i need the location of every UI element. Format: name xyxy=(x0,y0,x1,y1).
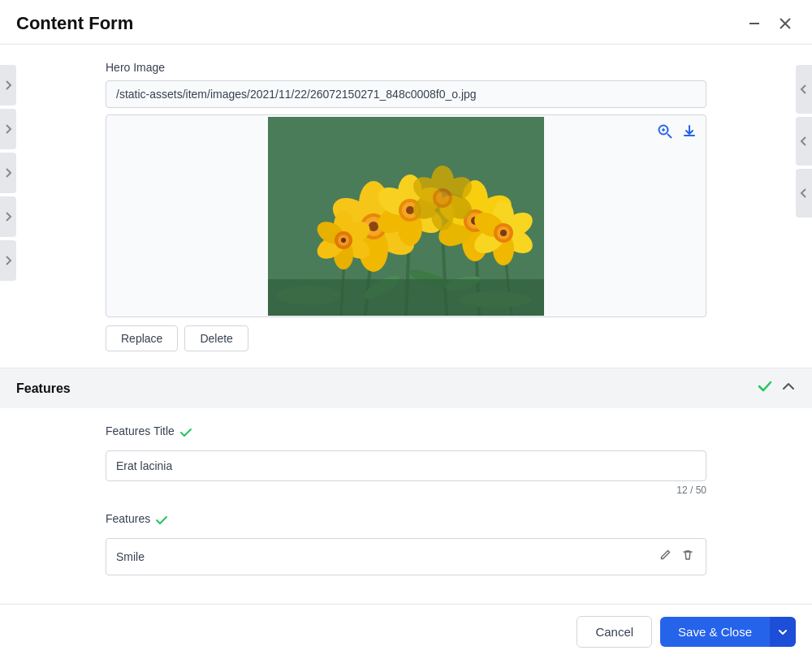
features-list-label: Features xyxy=(106,512,150,525)
cancel-button[interactable]: Cancel xyxy=(577,616,652,648)
left-tab-3[interactable] xyxy=(0,153,16,193)
features-title-label: Features Title xyxy=(106,424,175,437)
features-section: Features xyxy=(0,368,812,592)
modal-title: Content Form xyxy=(16,13,133,34)
left-tab-2[interactable] xyxy=(0,109,16,149)
features-header-left: Features xyxy=(16,381,71,396)
features-title-char-count: 12 / 50 xyxy=(106,485,706,496)
left-tab-5[interactable] xyxy=(0,240,16,281)
features-section-header[interactable]: Features xyxy=(0,368,812,408)
modal-footer: Cancel Save & Close xyxy=(0,604,812,659)
svg-line-70 xyxy=(667,134,672,138)
left-tab-1[interactable] xyxy=(0,65,16,106)
right-tab-1[interactable] xyxy=(796,65,812,114)
list-item-text: Smile xyxy=(116,550,145,563)
svg-point-68 xyxy=(459,291,532,308)
features-collapse-icon xyxy=(781,379,796,398)
svg-point-21 xyxy=(369,222,378,231)
features-header-right xyxy=(757,378,796,398)
modal-header: Content Form xyxy=(0,0,812,45)
features-title-input[interactable] xyxy=(106,450,706,481)
svg-point-67 xyxy=(276,286,341,305)
list-item-actions xyxy=(657,547,696,566)
download-image-button[interactable] xyxy=(680,122,699,145)
hero-image-path-input[interactable] xyxy=(106,80,706,108)
hero-image-label: Hero Image xyxy=(106,61,706,74)
right-tab-3[interactable] xyxy=(796,169,812,218)
replace-button[interactable]: Replace xyxy=(106,325,178,351)
minimize-button[interactable] xyxy=(744,13,765,34)
features-title-check-icon xyxy=(179,426,192,442)
header-actions xyxy=(744,13,796,34)
svg-point-30 xyxy=(406,206,414,214)
save-dropdown-button[interactable] xyxy=(770,617,796,647)
features-list-section: Features Smile xyxy=(106,512,706,575)
modal-body: Hero Image xyxy=(0,45,812,604)
features-list-check-icon xyxy=(155,514,168,530)
left-side-tabs xyxy=(0,65,16,281)
image-preview-actions xyxy=(655,122,699,145)
zoom-image-button[interactable] xyxy=(655,122,675,145)
delete-list-item-button[interactable] xyxy=(680,547,696,566)
save-button-group: Save & Close xyxy=(660,617,796,647)
svg-point-48 xyxy=(500,230,507,236)
svg-point-57 xyxy=(341,238,346,243)
left-tab-4[interactable] xyxy=(0,196,16,237)
image-preview-container xyxy=(106,114,706,317)
delete-button[interactable]: Delete xyxy=(184,325,248,351)
features-label-row: Features xyxy=(106,512,706,532)
svg-point-65 xyxy=(436,192,449,205)
features-check-icon xyxy=(757,378,773,398)
close-button[interactable] xyxy=(775,13,796,34)
save-and-close-button[interactable]: Save & Close xyxy=(660,617,770,647)
features-section-title: Features xyxy=(16,381,71,396)
right-tab-2[interactable] xyxy=(796,117,812,166)
features-body: Features Title 12 / 50 xyxy=(0,408,812,592)
flower-image xyxy=(268,117,544,316)
image-button-row: Replace Delete xyxy=(106,325,706,351)
list-item: Smile xyxy=(106,538,706,575)
features-title-label-row: Features Title xyxy=(106,424,706,444)
hero-image-section: Hero Image xyxy=(0,45,812,368)
edit-list-item-button[interactable] xyxy=(657,547,673,566)
features-title-field: Features Title 12 / 50 xyxy=(106,424,706,496)
